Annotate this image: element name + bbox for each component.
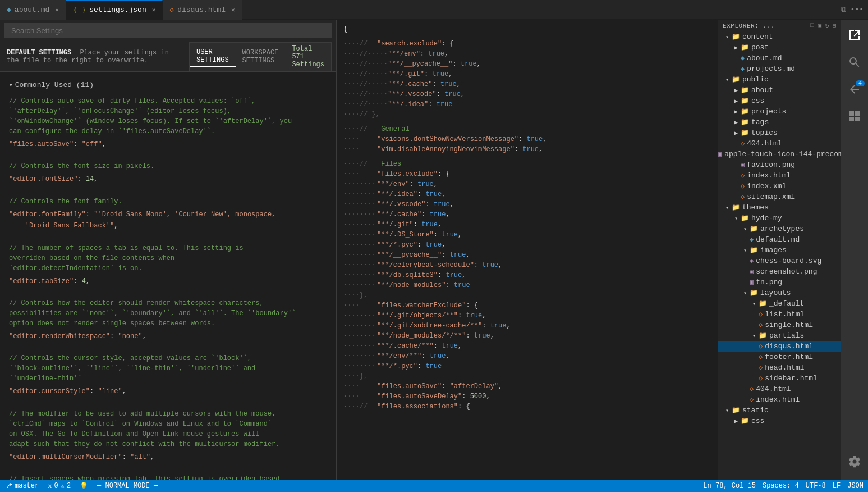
tree-file-projects-md[interactable]: ◆ projects.md bbox=[718, 63, 841, 74]
tree-file-disqus-html[interactable]: ◇ disqus.html bbox=[718, 341, 841, 352]
tree-file-index-html-2[interactable]: ◇ index.html bbox=[718, 394, 841, 405]
editor-content[interactable]: { ····//"search.exclude": { ····//·····"… bbox=[339, 20, 711, 480]
tree-file-chess-svg[interactable]: ◈ chess-board.svg bbox=[718, 256, 841, 266]
code-line: ····// }, bbox=[339, 110, 711, 120]
tree-folder-content[interactable]: ▾ 📁 content bbox=[718, 31, 841, 42]
split-editor-icon[interactable]: ⧉ bbox=[841, 6, 846, 14]
activity-settings-icon[interactable] bbox=[841, 448, 868, 475]
code-line: ········"**/.idea": true, bbox=[339, 189, 711, 199]
folder-icon-public: 📁 bbox=[732, 75, 740, 84]
tree-file-sitemap[interactable]: ◇ sitemap.xml bbox=[718, 192, 841, 202]
tree-folder-themes[interactable]: ▾ 📁 themes bbox=[718, 202, 841, 213]
settings-header-title: DEFAULT SETTINGS bbox=[7, 49, 71, 57]
status-vim-mode[interactable]: — NORMAL MODE — bbox=[97, 482, 158, 490]
workspace-settings-tab[interactable]: WORKSPACE SETTINGS bbox=[236, 47, 286, 67]
settings-total-badge: Total 571 Settings bbox=[285, 43, 331, 71]
html-icon-disqus: ◇ bbox=[759, 342, 763, 350]
tabsize-line: "editor.tabSize": 4, bbox=[9, 276, 327, 287]
status-branch[interactable]: ⎇ master bbox=[4, 482, 39, 490]
tree-file-index-html[interactable]: ◇ index.html bbox=[718, 170, 841, 181]
tree-file-favicon[interactable]: ▣ favicon.png bbox=[718, 160, 841, 170]
tab-settings-close[interactable]: ✕ bbox=[152, 6, 156, 13]
tree-folder-post[interactable]: ▶ 📁 post bbox=[718, 42, 841, 53]
tree-label-hyde-my: hyde-my bbox=[751, 214, 782, 222]
code-line: ····//"files.associations": { bbox=[339, 402, 711, 412]
tree-folder-partials[interactable]: ▾ 📁 partials bbox=[718, 330, 841, 341]
tree-file-single-html[interactable]: ◇ single.html bbox=[718, 320, 841, 330]
activity-extensions[interactable] bbox=[841, 103, 868, 130]
setting-renderwhitespace: // Controls how the editor should render… bbox=[9, 298, 327, 342]
tree-file-about-md[interactable]: ◆ about.md bbox=[718, 53, 841, 63]
tree-label-tn-png: tn.png bbox=[756, 278, 782, 286]
code-line: ········"**/.cache": true, bbox=[339, 209, 711, 220]
status-errors-label: 0 bbox=[54, 482, 58, 490]
status-eol[interactable]: LF bbox=[833, 482, 841, 490]
tree-file-footer-html[interactable]: ◇ footer.html bbox=[718, 352, 841, 362]
html-icon-404: ◇ bbox=[741, 139, 745, 148]
tab-settings[interactable]: { } settings.json ✕ bbox=[66, 0, 163, 20]
tab-disqus[interactable]: ◇ disqus.html ✕ bbox=[163, 0, 242, 20]
code-line: ····"vsicons.dontShowNewVersionMessage":… bbox=[339, 134, 711, 144]
tree-folder-layouts[interactable]: ▾ 📁 layouts bbox=[718, 288, 841, 298]
tree-folder-about[interactable]: ▶ 📁 about bbox=[718, 85, 841, 95]
status-spaces[interactable]: Spaces: 4 bbox=[763, 482, 799, 490]
tree-folder-archetypes[interactable]: ▾ 📁 archetypes bbox=[718, 224, 841, 234]
tree-folder-projects[interactable]: ▶ 📁 projects bbox=[718, 106, 841, 117]
status-encoding[interactable]: UTF-8 bbox=[806, 482, 826, 490]
status-language[interactable]: JSON bbox=[847, 482, 864, 490]
tree-folder-public[interactable]: ▾ 📁 public bbox=[718, 74, 841, 85]
code-line: ········"**/*.pyc": true bbox=[339, 361, 711, 371]
tree-folder-images[interactable]: ▾ 📁 images bbox=[718, 245, 841, 256]
status-lightbulb[interactable]: 💡 bbox=[80, 482, 88, 490]
warning-icon: ⚠ bbox=[61, 482, 65, 490]
insertspaces-comment: // Insert spaces when pressing Tab. This… bbox=[9, 474, 327, 480]
more-actions-icon[interactable]: ••• bbox=[851, 6, 864, 14]
folder-icon-about: 📁 bbox=[741, 86, 749, 94]
activity-git[interactable]: 4 bbox=[841, 76, 868, 103]
status-errors[interactable]: ✕ 0 ⚠ 2 bbox=[48, 482, 71, 490]
code-line: ········"**/.DS_Store": true, bbox=[339, 230, 711, 240]
md-icon-about: ◆ bbox=[741, 54, 745, 62]
commonly-used-section[interactable]: Commonly Used (11) bbox=[9, 81, 327, 89]
tree-file-404-html[interactable]: ◇ 404.html bbox=[718, 138, 841, 149]
tree-folder-tags[interactable]: ▶ 📁 tags bbox=[718, 117, 841, 127]
tab-about[interactable]: ◆ about.md ✕ bbox=[0, 0, 66, 20]
tree-file-list-html[interactable]: ◇ list.html bbox=[718, 309, 841, 320]
code-line: ····//·····"**/.git": true, bbox=[339, 69, 711, 79]
activity-gear[interactable] bbox=[841, 448, 868, 475]
settings-search-input[interactable] bbox=[4, 23, 332, 38]
refresh-icon[interactable]: ↻ bbox=[825, 22, 829, 29]
new-folder-icon[interactable]: ▣ bbox=[818, 22, 821, 29]
status-position[interactable]: Ln 78, Col 15 bbox=[703, 482, 756, 490]
status-language-label: JSON bbox=[847, 482, 864, 490]
tab-disqus-close[interactable]: ✕ bbox=[231, 6, 235, 13]
tree-label-about: about bbox=[751, 86, 773, 94]
activity-explorer[interactable] bbox=[841, 22, 868, 49]
tree-folder-default[interactable]: ▾ 📁 _default bbox=[718, 298, 841, 309]
tree-folder-topics[interactable]: ▶ 📁 topics bbox=[718, 127, 841, 138]
tree-file-sidebar-html[interactable]: ◇ sidebar.html bbox=[718, 373, 841, 384]
activity-search[interactable] bbox=[841, 49, 868, 76]
fontsize-line: "editor.fontSize": 14, bbox=[9, 174, 327, 185]
html-icon-head: ◇ bbox=[759, 363, 763, 372]
tab-about-close[interactable]: ✕ bbox=[55, 6, 59, 13]
editor-scrollbar[interactable] bbox=[711, 20, 718, 480]
tree-label-archetypes: archetypes bbox=[760, 225, 804, 233]
tree-file-default-md[interactable]: ◆ default.md bbox=[718, 234, 841, 245]
tree-file-screenshot[interactable]: ▣ screenshot.png bbox=[718, 266, 841, 277]
tree-folder-static[interactable]: ▾ 📁 static bbox=[718, 405, 841, 416]
tree-folder-css[interactable]: ▶ 📁 css bbox=[718, 95, 841, 106]
code-line: ····"files.autoSaveDelay": 5000, bbox=[339, 391, 711, 402]
tree-file-head-html[interactable]: ◇ head.html bbox=[718, 362, 841, 373]
tree-file-404-html-2[interactable]: ◇ 404.html bbox=[718, 384, 841, 394]
tree-folder-hyde-my[interactable]: ▾ 📁 hyde-my bbox=[718, 213, 841, 224]
html-icon-index-2: ◇ bbox=[750, 395, 754, 404]
tree-file-apple-touch[interactable]: ▣ apple-touch-icon-144-precom... bbox=[718, 149, 841, 160]
tree-file-index-xml[interactable]: ◇ index.xml bbox=[718, 181, 841, 192]
tree-label-disqus-html: disqus.html bbox=[765, 342, 813, 350]
collapse-icon[interactable]: ⊟ bbox=[833, 22, 837, 29]
tree-folder-css-static[interactable]: ▶ 📁 css bbox=[718, 416, 841, 426]
user-settings-tab[interactable]: USER SETTINGS bbox=[190, 46, 236, 67]
new-file-icon[interactable]: □ bbox=[810, 22, 814, 29]
tree-file-tn-png[interactable]: ▣ tn.png bbox=[718, 277, 841, 288]
